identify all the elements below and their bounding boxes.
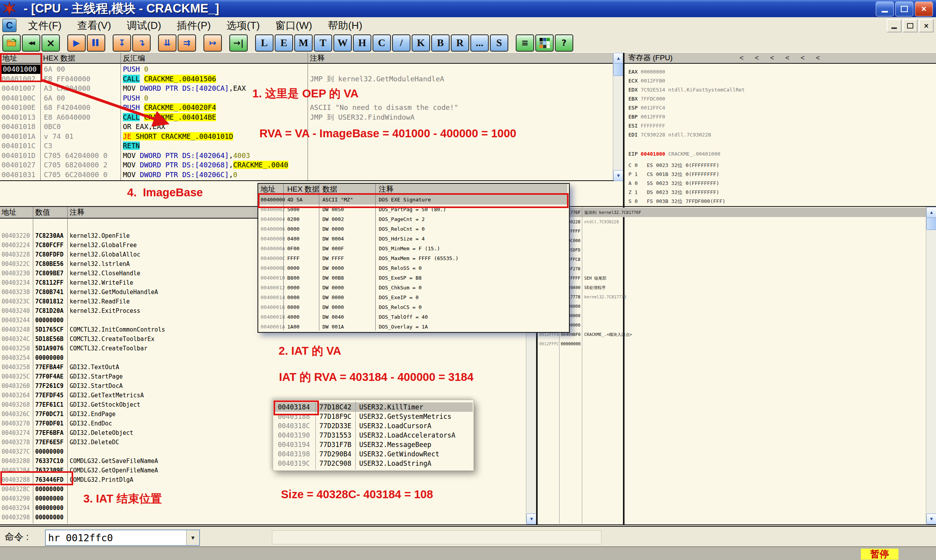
reference-row[interactable]: 004032505D1A9076COMCTL32.CreateToolbar (0, 344, 526, 353)
toolbar-letter-T-button[interactable]: T (314, 34, 332, 52)
disasm-scrollbar[interactable]: ▲▼ (613, 53, 623, 180)
disasm-header-col-2[interactable]: 反汇编 (123, 53, 145, 63)
disasm-row[interactable]: 0040101CC3RETN (0, 141, 613, 151)
dump-row[interactable]: 004000140000DW 0000DOS_ExeIP = 0 (258, 293, 567, 302)
register-row[interactable]: EBX 7FFDC000 (628, 95, 665, 103)
command-dropdown-button[interactable]: ▼ (186, 530, 199, 545)
menu-item-F[interactable]: 文件(F) (20, 18, 69, 33)
toolbar-letter-H-button[interactable]: H (353, 34, 371, 52)
iat-row[interactable]: 0040319C77D2C908USER32.LoadStringA (274, 459, 473, 468)
stack-row[interactable]: 1776F返回到 kernel32.7C81776F (538, 208, 926, 217)
dump-row[interactable]: 004000184000DW 0040DOS_TablOff = 40 (258, 312, 567, 322)
close-module-button[interactable]: × (41, 34, 60, 52)
scroll-up-button[interactable]: ▲ (926, 207, 936, 218)
register-row[interactable]: EDX 7C92E514 ntdll.KiFastSystemCallRet (628, 86, 745, 94)
reference-row[interactable]: 0040325400000000 (0, 353, 526, 363)
reference-row[interactable]: 00403288763446FDCOMDLG32.PrintDlgA (0, 475, 526, 485)
minimize-button[interactable] (876, 2, 894, 16)
toolbar-letter-C-button[interactable]: C (373, 34, 391, 52)
dump-row[interactable]: 004000060000DW 0000DOS_ReloCnt = 0 (258, 224, 567, 234)
toolbar-letter-L-button[interactable]: L (255, 34, 274, 52)
scroll-thumb[interactable] (613, 63, 624, 76)
disasm-row[interactable]: 00401002E8 FF040000CALL CRACKME_.0040150… (0, 74, 613, 84)
toolbar-letter-W-button[interactable]: W (333, 34, 352, 52)
reference-row[interactable]: 0040328C00000000 (0, 485, 526, 494)
disasm-row[interactable]: 004010006A 00PUSH 0 (0, 65, 613, 74)
stack-row[interactable]: 0012FFFC00000000 (538, 339, 926, 348)
stack-row[interactable]: 39A90SE处理程序 (538, 283, 926, 292)
mdi-minimize-button[interactable] (887, 19, 902, 32)
stack-row[interactable]: 0012FFF800409BF0CRACKME_.<模块入口点> (538, 330, 926, 339)
disasm-row[interactable]: 00401013E8 A6040000CALL CRACKME_.004014B… (0, 113, 613, 122)
dump-row[interactable]: 0040001A1A00DW 001ADOS_Overlay = 1A (258, 322, 567, 330)
stack-row[interactable]: DC000 (538, 236, 926, 245)
toolbar-letter-M-button[interactable]: M (294, 34, 313, 52)
trace-over-button[interactable]: ⇉ (178, 34, 196, 52)
dump-row[interactable]: 004000120000DW 0000DOS_ChkSum = 0 (258, 283, 567, 293)
dump-row[interactable]: 004000040200DW 0002DOS_PageCnt = 2 (258, 214, 567, 224)
run-button[interactable]: ▶ (67, 34, 86, 52)
step-into-button[interactable]: ↧ (113, 34, 131, 52)
disasm-row[interactable]: 0040101DC705 64204000 0MOV DWORD PTR DS:… (0, 151, 613, 160)
menu-item-T[interactable]: 选项(T) (219, 18, 268, 33)
execute-till-return-button[interactable]: ↦ (203, 34, 222, 52)
stack-row[interactable]: 00000 (538, 302, 926, 311)
appearance-button[interactable] (535, 34, 554, 52)
reference-row[interactable]: 0040329C00000000 (0, 522, 526, 524)
stack-row[interactable]: 6F278 (538, 264, 926, 273)
stack-row[interactable]: FFFFF (538, 226, 926, 236)
mdi-close-button[interactable]: × (919, 19, 934, 32)
toolbar-letter-B-button[interactable]: B (431, 34, 450, 52)
iat-row[interactable]: 0040319877D290B4USER32.GetWindowRect (274, 449, 473, 459)
help-button[interactable]: ? (555, 34, 573, 52)
menu-item-H[interactable]: 帮助(H) (320, 18, 370, 33)
menu-item-W[interactable]: 窗口(W) (268, 18, 320, 33)
scroll-down-button[interactable]: ▼ (526, 513, 537, 524)
maximize-button[interactable] (895, 2, 913, 16)
menu-item-P[interactable]: 插件(P) (169, 18, 219, 33)
reference-row[interactable]: 0040329800000000 (0, 513, 526, 522)
stack-row[interactable]: FFFFFSEH 链尾部 (538, 273, 926, 283)
toolbar-letter-more-button[interactable]: ... (470, 34, 489, 52)
reference-row[interactable]: 0040329400000000 (0, 503, 526, 513)
disasm-row[interactable]: 0040100E68 F4204000PUSH CRACKME_.004020F… (0, 103, 613, 112)
register-row[interactable]: ECX 0012FFB0 (628, 77, 665, 85)
menu-item-V[interactable]: 查看(V) (69, 18, 119, 33)
menu-item-D[interactable]: 调试(D) (119, 18, 169, 33)
register-row[interactable]: EAX 00000000 (628, 68, 665, 76)
disasm-header-col-3[interactable]: 注释 (310, 53, 325, 63)
dump-row[interactable]: 004000080400DW 0004DOS_HdrSize = 4 (258, 234, 567, 244)
toolbar-letter-slash-button[interactable]: / (392, 34, 410, 52)
scroll-thumb[interactable] (926, 217, 936, 230)
stack-row[interactable]: 30228ntdll.7C930228 (538, 217, 926, 226)
stack-row[interactable]: 45DFD (538, 245, 926, 255)
windows-list-button[interactable]: ≡ (516, 34, 534, 52)
iat-row[interactable]: 0040318C77D2D33EUSER32.LoadCursorA (274, 421, 473, 431)
goto-button[interactable]: →| (229, 34, 248, 52)
dump-row[interactable]: 0040000E0000DW 0000DOS_ReloSS = 0 (258, 263, 567, 273)
iat-row[interactable]: 0040319077D31553USER32.LoadAcceleratorsA (274, 431, 473, 440)
iat-row[interactable]: 0040319477D31F7BUSER32.MessageBeep (274, 440, 473, 449)
cpu-window-icon[interactable]: C (2, 19, 16, 32)
register-row[interactable]: EDI 7C930228 ntdll.7C930228 (628, 131, 711, 139)
register-row[interactable]: EBP 0012FFF0 (628, 113, 665, 121)
flag-row[interactable]: S 0 FS 003B 32位 7FFDF000(FFF) (628, 197, 725, 206)
toolbar-letter-K-button[interactable]: K (412, 34, 430, 52)
trace-into-button[interactable]: ⇊ (158, 34, 176, 52)
flag-row[interactable]: Z 1 DS 0023 32位 0(FFFFFFFF) (628, 188, 719, 197)
rewind-button[interactable]: ◀◀ (22, 34, 40, 52)
toolbar-letter-S-button[interactable]: S (490, 34, 508, 52)
close-button[interactable]: × (915, 2, 933, 16)
dump-row[interactable]: 0040000A0F00DW 000FDOS_MinMem = F (15.) (258, 244, 567, 253)
flag-row[interactable]: C 0 ES 0023 32位 0(FFFFFFFF) (628, 161, 719, 170)
disasm-row[interactable]: 00401027C705 68204000 2MOV DWORD PTR DS:… (0, 160, 613, 170)
toolbar-letter-E-button[interactable]: E (275, 34, 293, 52)
scroll-down-button[interactable]: ▼ (926, 513, 936, 524)
scroll-down-button[interactable]: ▼ (613, 170, 624, 181)
dump-row[interactable]: 00400010B800DW 00B8DOS_ExeSP = B8 (258, 273, 567, 283)
open-file-button[interactable] (2, 34, 21, 52)
command-input[interactable] (46, 530, 186, 545)
stack-scrollbar[interactable]: ▲▼ (926, 207, 936, 524)
register-row[interactable]: ESP 0012FFC4 (628, 104, 665, 112)
toolbar-letter-R-button[interactable]: R (451, 34, 469, 52)
